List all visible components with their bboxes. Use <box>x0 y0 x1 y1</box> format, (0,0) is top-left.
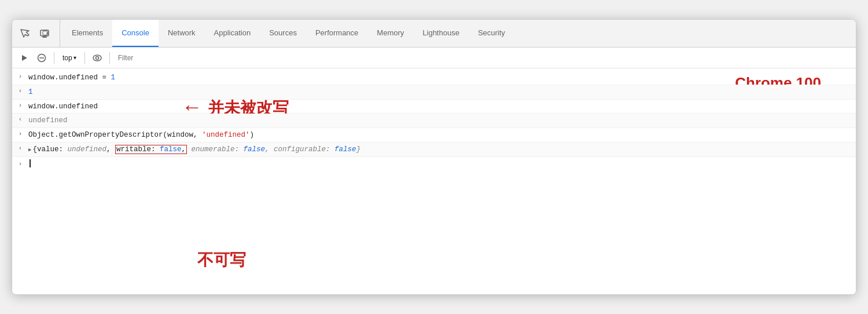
cursor-line[interactable]: › <box>12 157 856 170</box>
eye-icon[interactable] <box>90 50 105 65</box>
svg-rect-1 <box>42 36 47 38</box>
line-content-5: Object.getOwnPropertyDescriptor(window, … <box>28 129 851 141</box>
tab-memory[interactable]: Memory <box>367 20 413 47</box>
code-paren-close: ) <box>250 131 255 139</box>
tab-network[interactable]: Network <box>159 20 205 47</box>
console-line-3: › window.undefined <box>12 100 856 114</box>
code-number-1: 1 <box>111 74 116 82</box>
code-equals-1: = <box>98 74 111 82</box>
toolbar-separator-1 <box>54 52 54 64</box>
cursor-blink <box>30 159 31 167</box>
code-configurable-false: false <box>334 145 356 154</box>
code-comma-3: , configurable: <box>265 145 334 154</box>
code-brace-close: } <box>356 145 361 154</box>
line-arrow-1: › <box>12 72 28 80</box>
tab-sources[interactable]: Sources <box>260 20 306 47</box>
code-string-undefined: 'undefined' <box>202 131 250 139</box>
tab-bar: ElementsConsoleNetworkApplicationSources… <box>12 20 856 48</box>
svg-point-8 <box>95 56 98 59</box>
expand-triangle-icon[interactable]: ▶ <box>28 147 31 153</box>
filter-input[interactable] <box>115 53 851 63</box>
line-arrow-4: ‹ <box>12 115 28 123</box>
console-toolbar: top ▾ <box>12 48 856 68</box>
code-window-undefined-2: window.undefined <box>28 103 98 111</box>
tab-lighthouse[interactable]: Lighthouse <box>413 20 469 47</box>
line-content-4: undefined <box>28 115 851 126</box>
code-output-undefined: undefined <box>28 116 68 125</box>
code-writable-false: false <box>160 145 182 154</box>
code-window-undefined-1: window.undefined <box>28 74 98 82</box>
line-arrow-5: › <box>12 129 28 137</box>
tab-security[interactable]: Security <box>469 20 514 47</box>
tab-performance[interactable]: Performance <box>306 20 367 47</box>
svg-point-7 <box>93 55 101 61</box>
context-arrow-icon: ▾ <box>73 54 76 61</box>
cursor-icon[interactable] <box>17 25 33 42</box>
code-enumerable-key: enumerable: <box>187 145 244 154</box>
tab-items-container: ElementsConsoleNetworkApplicationSources… <box>62 20 514 47</box>
console-content: Chrome 100 › window.undefined = 1 ‹ 1 › … <box>12 68 856 294</box>
tab-bar-icons <box>17 20 60 47</box>
code-val-undefined: undefined <box>67 145 106 154</box>
code-object-get: Object.getOwnPropertyDescriptor(window, <box>28 131 202 139</box>
devtools-window: ElementsConsoleNetworkApplicationSources… <box>12 19 856 295</box>
toolbar-separator-2 <box>84 52 85 64</box>
line-content-1: window.undefined = 1 <box>28 72 851 83</box>
line-content-3: window.undefined <box>28 101 851 112</box>
code-writable-comma: , <box>182 145 186 154</box>
console-line-5: › Object.getOwnPropertyDescriptor(window… <box>12 128 856 143</box>
code-writable-colon: : <box>151 145 160 154</box>
code-comma-1: , <box>106 145 115 154</box>
line-content-2: 1 <box>28 86 851 98</box>
cursor-arrow: › <box>12 159 28 167</box>
svg-marker-4 <box>22 55 27 61</box>
toolbar-separator-3 <box>109 52 110 64</box>
tab-console[interactable]: Console <box>112 20 159 47</box>
code-writable-key: writable <box>116 145 151 154</box>
console-line-2: ‹ 1 <box>12 85 856 100</box>
line-arrow-2: ‹ <box>12 86 28 94</box>
context-selector[interactable]: top ▾ <box>59 53 80 63</box>
line-content-6: ▶{value: undefined, writable: false, enu… <box>28 144 851 155</box>
clear-console-button[interactable] <box>34 50 49 65</box>
console-line-1: › window.undefined = 1 <box>12 71 856 85</box>
code-output-1: 1 <box>28 88 33 96</box>
line-arrow-3: › <box>12 101 28 109</box>
console-line-6: ‹ ▶{value: undefined, writable: false, e… <box>12 143 856 157</box>
code-enumerable-false: false <box>244 145 266 154</box>
line-arrow-6: ‹ <box>12 144 28 152</box>
code-brace-open: {value: <box>32 145 67 154</box>
execute-script-button[interactable] <box>17 50 32 65</box>
device-icon[interactable] <box>36 25 53 42</box>
tab-elements[interactable]: Elements <box>62 20 112 47</box>
context-label: top <box>62 54 72 62</box>
buxiexie-annotation: 不可写 <box>197 249 246 271</box>
console-line-4: ‹ undefined <box>12 114 856 128</box>
highlighted-writable-box: writable: false, <box>115 145 187 154</box>
tab-application[interactable]: Application <box>205 20 260 47</box>
